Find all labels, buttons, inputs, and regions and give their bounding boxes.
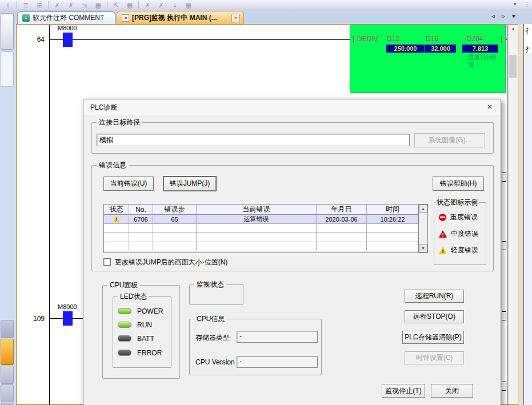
toolbar-icon-11[interactable]: ⇣ <box>170 1 180 9</box>
rung-line <box>49 39 350 40</box>
left-dock-button[interactable] <box>1 13 14 50</box>
left-dock-button[interactable] <box>1 366 14 384</box>
power-led-label: POWER <box>137 307 163 315</box>
operand-device-2: D16 <box>426 35 438 43</box>
dediv-instruction-block[interactable]: [ DEDIV D12 D16 D204 ] 250.000 32.000 7.… <box>350 25 505 93</box>
error-table-empty-row[interactable] <box>104 233 427 242</box>
tab-scroll-right-icon[interactable]: ▹ <box>499 12 507 20</box>
close-button[interactable]: 关闭 <box>431 384 473 398</box>
left-dock-button[interactable] <box>1 403 14 405</box>
tab-close-button[interactable]: × <box>231 14 240 22</box>
left-dock-panel <box>1 51 14 87</box>
tab-prg-monitor-main[interactable]: ↠ [PRG]监视 执行中 MAIN (... <box>117 11 244 24</box>
toolbar-separator <box>48 1 49 9</box>
toolbar-icon-10[interactable]: ✗ <box>156 1 166 9</box>
error-table-empty-row[interactable] <box>104 224 427 233</box>
contact-device-label: M8000 <box>58 303 77 310</box>
remote-stop-button[interactable]: 远程STOP(O) <box>405 310 464 323</box>
monitor-stop-button[interactable]: 监视停止(T) <box>382 384 425 398</box>
toolbar-icon-3[interactable]: ✗ <box>52 1 62 9</box>
error-text: 运算错误 <box>197 215 317 224</box>
col-no: No. <box>129 204 153 215</box>
instruction-close-bracket: ] <box>501 35 502 43</box>
col-current-error: 当前错误 <box>197 204 317 215</box>
current-error-button[interactable]: 当前错误(U) <box>103 177 154 191</box>
tab-list-menu-icon[interactable]: ▾ <box>510 12 518 20</box>
toolbar-icon-1[interactable]: ≣ <box>21 1 31 9</box>
jump-resize-checkbox-label: 更改错误JUMP后的画面大小·位置(N) <box>115 258 227 267</box>
operand-device-1: D12 <box>387 35 399 43</box>
rung-step-number: 64 <box>23 35 45 43</box>
led-status-label: LED状态 <box>118 292 149 301</box>
run-led <box>118 322 131 328</box>
toolbar-icon-0[interactable]: ⇩ <box>3 1 13 9</box>
editor-vertical-scrollbar[interactable] <box>508 25 518 404</box>
scroll-up-icon[interactable]: ▲ <box>509 26 518 31</box>
status-icon-legend-group: 状态图标示例 重度错误 ! 中度错误 ! 轻度错误 <box>434 202 486 265</box>
ladder-left-rail <box>49 25 50 405</box>
device-comment-text: 通道1比例 值 <box>467 54 503 69</box>
left-dock-button-active[interactable] <box>1 339 14 365</box>
scrollbar-thumb[interactable] <box>509 55 517 78</box>
contact-m8000[interactable] <box>63 311 73 326</box>
toolbar-overflow-icon[interactable]: ▾ <box>514 1 517 7</box>
tab-device-comment[interactable]: ≡ 软元件注释 COMMENT <box>17 11 115 24</box>
batt-led <box>118 335 131 342</box>
left-dock-button[interactable] <box>1 320 14 338</box>
table-scrollbar[interactable]: ▲ ▼ <box>418 204 427 252</box>
error-table: 状态 No. 错误步 当前错误 年月日 时间 ! 6706 65 运算错误 20… <box>103 204 428 253</box>
jump-resize-checkbox[interactable] <box>103 258 111 266</box>
error-jump-button[interactable]: 错误JUMP(J) <box>163 177 216 191</box>
toolbar-icon-12[interactable]: ▦ <box>183 1 194 9</box>
toolbar-icon-6[interactable]: ▦ <box>93 1 103 9</box>
toolbar-icon-9[interactable]: ✗ <box>142 1 153 9</box>
legend-moderate: ! 中度错误 <box>439 229 478 239</box>
system-image-button[interactable]: 系统图像(G)... <box>414 133 485 147</box>
dialog-title-bar[interactable]: PLC诊断 <box>83 99 501 115</box>
toolbar-icon-8[interactable]: ▦ <box>125 1 135 9</box>
toolbar-icon-7[interactable]: ⇱ <box>111 1 121 9</box>
instruction-opcode: DEDIV <box>357 35 378 43</box>
memory-type-label: 存储器类型 <box>195 333 230 343</box>
connection-path-group: 连接目标路径 模拟 系统图像(G)... <box>91 122 494 154</box>
error-table-empty-row[interactable] <box>104 242 427 251</box>
left-dock-button[interactable] <box>1 384 14 402</box>
clipped-panel-text: 扌 <box>525 26 532 36</box>
error-help-button[interactable]: 错误帮助(H) <box>433 177 484 191</box>
error-time: 10:26:22 <box>367 215 419 224</box>
cpu-version-label: CPU Version <box>195 358 235 366</box>
monitor-value-d12: 250.000 <box>386 45 425 53</box>
toolbar-grip-icon[interactable]: ⋮ <box>524 1 530 8</box>
clock-setting-button[interactable]: 时钟设置(C) <box>405 351 464 364</box>
moderate-error-icon: ! <box>439 230 447 238</box>
tab-scroll-left-icon[interactable]: ◃ <box>489 12 497 20</box>
legend-severe: 重度错误 <box>439 212 478 222</box>
gx-works-window: ⇩ ≣ ⊞ ✗ ✗ ⇲ ▦ ⇱ ▦ ✗ ✗ ⇣ ▦ ▾ ⋮ ≡ 软元件注释 CO… <box>0 0 532 405</box>
toolbar-icon-4[interactable]: ✗ <box>66 1 76 9</box>
severe-error-icon <box>439 214 446 221</box>
error-table-header: 状态 No. 错误步 当前错误 年月日 时间 <box>104 204 427 215</box>
dialog-close-icon[interactable]: ✕ <box>485 103 495 112</box>
table-scroll-up-icon[interactable]: ▲ <box>419 204 427 213</box>
plc-memory-clear-button[interactable]: PLC存储器清除(P) <box>402 331 464 344</box>
panel-body <box>524 54 532 405</box>
cpu-panel-label: CPU面板 <box>107 281 140 290</box>
remote-run-button[interactable]: 远程RUN(R) <box>405 290 464 303</box>
toolbar-icon-2[interactable]: ⊞ <box>34 1 45 9</box>
connection-path-input[interactable]: 模拟 <box>97 134 410 146</box>
cpu-info-label: CPU信息 <box>194 315 227 323</box>
toolbar-icon-5[interactable]: ⇲ <box>79 1 90 9</box>
tab-prg-monitor-label: [PRG]监视 执行中 MAIN (... <box>132 13 217 23</box>
clipped-panel-text: 扌 <box>525 45 532 54</box>
tab-device-comment-label: 软元件注释 COMMENT <box>33 13 104 23</box>
dialog-title: PLC诊断 <box>90 103 117 113</box>
monitor-status-label: 监视状态 <box>194 280 226 289</box>
table-scroll-down-icon[interactable]: ▼ <box>419 244 427 252</box>
cpu-panel-group: CPU面板 LED状态 POWER RUN BATT ERROR <box>102 285 180 379</box>
error-table-row[interactable]: ! 6706 65 运算错误 2020-03-06 10:26:22 <box>104 215 427 224</box>
contact-m8000[interactable] <box>63 33 73 47</box>
rung-line <box>505 39 507 40</box>
error-no: 6706 <box>129 215 153 224</box>
toolbar-separator <box>17 1 17 9</box>
col-date: 年月日 <box>317 204 367 215</box>
